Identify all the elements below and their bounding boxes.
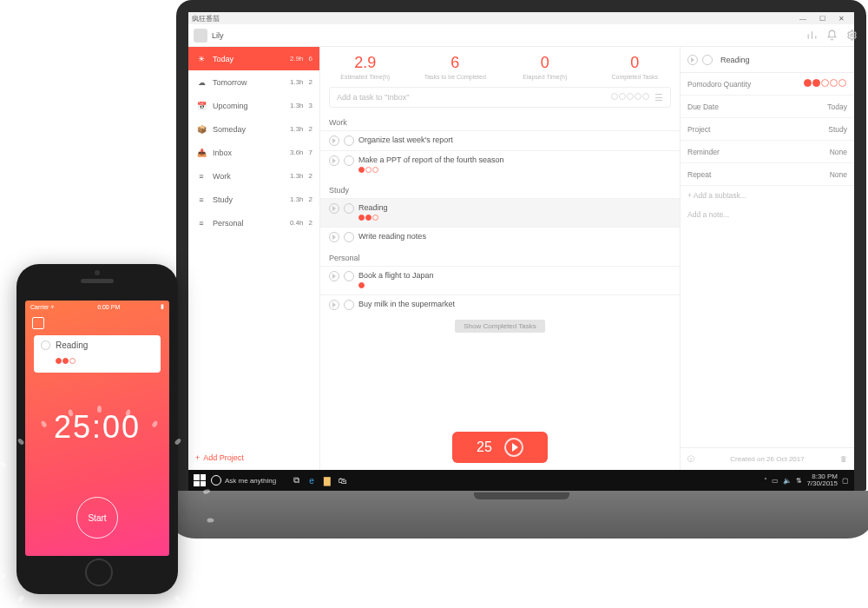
pomodoro-quantity-dots xyxy=(804,79,847,89)
sidebar-item-today[interactable]: ☀ Today 2.9h 6 xyxy=(188,47,319,70)
detail-check-icon[interactable] xyxy=(702,55,713,65)
system-tray[interactable]: ˄ ▭ 🔈 ⇅ 8:30 PM 7/30/2015 ▢ xyxy=(764,473,849,487)
gear-icon[interactable] xyxy=(838,30,849,41)
user-avatar[interactable] xyxy=(194,29,207,43)
task-group-header: Study xyxy=(320,179,680,198)
task-name: Book a flight to Japan xyxy=(358,271,671,280)
list-icon: ≡ xyxy=(195,170,207,182)
sidebar-item-count: 2 xyxy=(309,195,312,203)
task-play-icon[interactable] xyxy=(329,232,339,242)
add-task-placeholder: Add a task to "Inbox" xyxy=(337,93,610,102)
sidebar-item-work[interactable]: ≡ Work 1.3h 2 xyxy=(188,164,319,188)
tray-up-icon[interactable]: ˄ xyxy=(764,477,767,485)
stat-completed-tasks: 0 Completed Tasks xyxy=(590,54,681,80)
task-name: Write reading notes xyxy=(358,232,671,241)
sidebar-item-someday[interactable]: 📦 Someday 1.3h 2 xyxy=(188,117,319,141)
phone-task-card[interactable]: Reading xyxy=(34,335,161,373)
task-row[interactable]: Write reading notes xyxy=(320,227,680,247)
store-icon[interactable]: 🛍 xyxy=(335,476,351,486)
sidebar-item-time: 1.3h xyxy=(290,102,304,109)
detail-row-project[interactable]: Project Study xyxy=(681,118,854,141)
detail-play-icon[interactable] xyxy=(687,55,698,65)
phone-screen: Carrier ᯤ 6:00 PM ▮ Reading 25:00 Start xyxy=(25,301,169,556)
laptop-bezel: 疯狂番茄 — ☐ ✕ Lily xyxy=(176,0,866,491)
task-check-icon[interactable] xyxy=(344,155,354,166)
sidebar-item-personal[interactable]: ≡ Personal 0.4h 2 xyxy=(188,211,319,235)
sidebar-item-time: 0.4h xyxy=(290,219,304,227)
detail-row-due[interactable]: Due Date Today xyxy=(681,96,854,118)
add-note-input[interactable]: Add a note... xyxy=(681,205,854,224)
task-row[interactable]: Make a PPT of report of the fourth seaso… xyxy=(320,150,680,179)
cortana-icon[interactable] xyxy=(211,475,221,486)
windows-start-icon[interactable] xyxy=(194,474,206,486)
sidebar-item-count: 2 xyxy=(309,219,312,227)
tray-notifications-icon[interactable]: ▢ xyxy=(842,477,849,485)
edge-icon[interactable]: e xyxy=(304,476,319,486)
task-row[interactable]: Buy milk in the supermarket xyxy=(320,294,680,314)
timer-play-button[interactable] xyxy=(504,438,523,457)
phone-task-check-icon[interactable] xyxy=(41,340,50,350)
task-row[interactable]: Reading xyxy=(320,198,680,227)
repeat-label: Repeat xyxy=(687,170,830,179)
laptop-keyboard xyxy=(172,491,868,539)
trash-icon[interactable]: 🗑 xyxy=(840,455,847,463)
task-check-icon[interactable] xyxy=(344,232,354,242)
tray-wifi-icon[interactable]: ⇅ xyxy=(796,477,802,485)
detail-row-pomodoro[interactable]: Pomodoro Quantity xyxy=(681,73,854,96)
tray-date: 7/30/2015 xyxy=(806,480,838,487)
task-check-icon[interactable] xyxy=(344,135,354,146)
tray-volume-icon[interactable]: 🔈 xyxy=(783,477,792,485)
window-minimize-button[interactable]: — xyxy=(793,15,812,23)
task-play-icon[interactable] xyxy=(329,300,339,310)
sidebar-item-study[interactable]: ≡ Study 1.3h 2 xyxy=(188,188,319,211)
add-project-button[interactable]: +Add Project xyxy=(188,446,319,470)
task-group-header: Personal xyxy=(320,247,680,266)
list-view-icon[interactable]: ☰ xyxy=(654,92,663,103)
task-check-icon[interactable] xyxy=(344,300,354,310)
sidebar-item-label: Tomorrow xyxy=(213,78,290,87)
task-check-icon[interactable] xyxy=(344,203,354,214)
add-task-input[interactable]: Add a task to "Inbox" ☰ xyxy=(329,87,671,108)
task-play-icon[interactable] xyxy=(329,155,339,166)
phone-start-button[interactable]: Start xyxy=(76,497,118,539)
task-list: Work Organize last week's report Make a … xyxy=(320,111,680,314)
task-play-icon[interactable] xyxy=(329,271,339,281)
bell-icon[interactable] xyxy=(818,30,829,41)
sidebar-item-upcoming[interactable]: 📅 Upcoming 1.3h 3 xyxy=(188,94,319,117)
sidebar-item-count: 2 xyxy=(309,172,312,180)
phone-task-name: Reading xyxy=(56,340,88,350)
task-play-icon[interactable] xyxy=(329,135,339,146)
list-icon: ≡ xyxy=(195,217,207,229)
task-play-icon[interactable] xyxy=(329,203,339,214)
tray-network-icon[interactable]: ▭ xyxy=(772,477,779,485)
add-subtask-input[interactable]: + Add a subtask... xyxy=(681,186,854,205)
task-view-icon[interactable]: ⧉ xyxy=(288,475,304,486)
project-value: Study xyxy=(828,125,847,134)
task-row[interactable]: Book a flight to Japan xyxy=(320,266,680,294)
detail-row-reminder[interactable]: Reminder None xyxy=(681,141,854,163)
phone-device: Carrier ᯤ 6:00 PM ▮ Reading 25:00 Start xyxy=(16,264,178,594)
detail-row-repeat[interactable]: Repeat None xyxy=(681,163,854,186)
stats-icon[interactable] xyxy=(798,30,809,41)
cortana-input[interactable]: Ask me anything xyxy=(225,477,276,485)
sidebar-item-tomorrow[interactable]: ☁ Tomorrow 1.3h 2 xyxy=(188,70,319,94)
sidebar-item-label: Inbox xyxy=(213,149,290,157)
task-check-icon[interactable] xyxy=(344,271,354,281)
pomodoro-estimate-dots[interactable] xyxy=(610,93,649,102)
task-name: Organize last week's report xyxy=(358,135,671,144)
expand-icon[interactable] xyxy=(32,317,44,329)
window-maximize-button[interactable]: ☐ xyxy=(812,15,832,23)
sidebar-item-inbox[interactable]: 📥 Inbox 3.6h 7 xyxy=(188,141,319,164)
explorer-icon[interactable]: ▇ xyxy=(319,476,335,486)
task-row[interactable]: Organize last week's report xyxy=(320,130,680,150)
calendar-icon: 📅 xyxy=(195,100,207,112)
sidebar-item-label: Upcoming xyxy=(213,102,290,110)
window-close-button[interactable]: ✕ xyxy=(832,15,851,23)
info-icon[interactable]: ⓘ xyxy=(687,454,694,464)
pomodoro-timer-bar: 25 xyxy=(452,432,548,463)
cloud-icon: ☁ xyxy=(195,76,207,89)
repeat-value: None xyxy=(830,170,847,179)
show-completed-button[interactable]: Show Completed Tasks xyxy=(455,320,544,333)
windows-taskbar[interactable]: Ask me anything ⧉ e ▇ 🛍 ˄ ▭ 🔈 ⇅ 8:30 PM … xyxy=(188,470,854,491)
sun-icon: ☀ xyxy=(195,53,207,65)
